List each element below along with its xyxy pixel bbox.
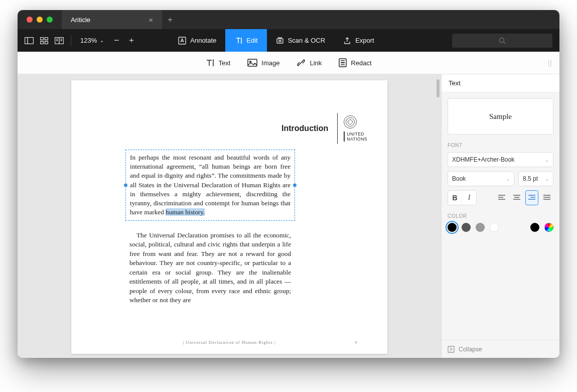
paragraph-2-text[interactable]: The Universal Declaration promises to al…: [129, 231, 291, 305]
text-tool-label: Text: [218, 59, 230, 67]
link-tool-label: Link: [310, 59, 322, 67]
scan-ocr-button[interactable]: Scan & OCR: [267, 29, 334, 52]
chevron-down-icon: ⌄: [545, 176, 549, 182]
font-weight-value: Book: [452, 175, 466, 182]
page-number: v: [355, 339, 357, 345]
search-icon: [499, 37, 506, 44]
window-controls: [18, 17, 62, 23]
color-swatch-gray[interactable]: [476, 223, 485, 232]
bold-button[interactable]: B: [448, 191, 462, 205]
align-justify-button[interactable]: [540, 190, 553, 205]
font-style-group: B I: [448, 190, 477, 205]
scrollbar-thumb[interactable]: [437, 79, 440, 97]
svg-line-17: [504, 42, 505, 44]
annotate-mode-button[interactable]: Annotate: [169, 29, 225, 52]
svg-rect-4: [41, 41, 44, 44]
selected-text-box[interactable]: In perhaps the most resonant and beautif…: [125, 150, 295, 221]
chevron-down-icon: ⌄: [100, 38, 104, 43]
zoom-out-button[interactable]: −: [109, 33, 124, 48]
properties-panel: Text Sample FONT XDHMFE+Archer-Book ⌄ Bo…: [441, 74, 559, 358]
font-weight-dropdown[interactable]: Book ⌄: [448, 171, 514, 186]
zoom-value: 123%: [80, 37, 97, 44]
redact-tool-label: Redact: [351, 59, 371, 67]
link-tool-icon: [297, 58, 306, 67]
svg-point-20: [250, 61, 251, 63]
section-title: Introduction: [281, 124, 328, 133]
link-tool-button[interactable]: Link: [297, 58, 322, 67]
fullscreen-window-button[interactable]: [47, 17, 53, 23]
font-sample-preview: Sample: [448, 98, 553, 135]
un-logo-icon: [344, 115, 357, 128]
italic-button[interactable]: I: [462, 191, 476, 205]
font-size-dropdown[interactable]: 8.5 pt ⌄: [518, 171, 553, 186]
chevron-down-icon: ⌄: [506, 176, 510, 182]
svg-rect-38: [448, 346, 454, 352]
svg-rect-2: [41, 37, 44, 40]
image-tool-icon: [247, 59, 257, 67]
color-swatch-dark-gray[interactable]: [462, 223, 471, 232]
color-swatch-current[interactable]: [530, 223, 539, 232]
edit-sub-toolbar: Text Image Link Redact ||: [18, 52, 559, 74]
page-footer-text: | Universal Declaration of Human Rights …: [71, 340, 387, 345]
color-swatch-black[interactable]: [448, 223, 457, 232]
svg-point-16: [500, 38, 504, 42]
page-heading-row: Introduction UNITED NATIONS: [71, 113, 387, 144]
align-right-button[interactable]: [525, 190, 538, 205]
close-window-button[interactable]: [27, 17, 33, 23]
minimize-window-button[interactable]: [37, 17, 43, 23]
panel-body: Sample FONT XDHMFE+Archer-Book ⌄ Book ⌄ …: [442, 92, 559, 340]
color-swatch-white[interactable]: [490, 223, 499, 232]
redact-tool-button[interactable]: Redact: [339, 58, 371, 67]
un-label: UNITED NATIONS: [344, 132, 367, 142]
collapse-panel-button[interactable]: Collapse: [442, 340, 559, 358]
align-center-button[interactable]: [510, 190, 523, 205]
main-toolbar: 123% ⌄ − ＋ Annotate Edit Scan & OCR Expo…: [18, 29, 559, 52]
toolbar-drag-handle[interactable]: ||: [548, 59, 552, 67]
zoom-in-button[interactable]: ＋: [124, 33, 139, 48]
app-window: Ariticle × ＋ 123% ⌄ − ＋ Annotate Edit: [18, 10, 559, 358]
resize-handle-left[interactable]: [123, 183, 128, 187]
scrollbar-track[interactable]: [436, 79, 440, 353]
svg-rect-24: [341, 62, 345, 63]
align-left-button[interactable]: [495, 190, 508, 205]
highlighted-text[interactable]: human history.: [166, 208, 205, 216]
thumbnails-icon[interactable]: [37, 33, 52, 48]
titlebar: Ariticle × ＋: [18, 10, 559, 29]
annotate-label: Annotate: [190, 37, 216, 44]
document-page: Introduction UNITED NATIONS In perhaps t…: [71, 80, 387, 354]
document-viewport[interactable]: Introduction UNITED NATIONS In perhaps t…: [18, 74, 441, 358]
text-tool-button[interactable]: Text: [205, 58, 230, 67]
edit-label: Edit: [246, 37, 257, 44]
text-tool-icon: [205, 58, 214, 67]
color-section-label: COLOR: [448, 213, 553, 219]
font-family-dropdown[interactable]: XDHMFE+Archer-Book ⌄: [448, 152, 553, 167]
paragraph-1-text[interactable]: In perhaps the most resonant and beautif…: [130, 154, 291, 216]
color-swatches: [448, 223, 553, 232]
sidebar-toggle-icon[interactable]: [22, 33, 37, 48]
chevron-down-icon: ⌄: [545, 157, 549, 163]
font-section-label: FONT: [448, 143, 553, 148]
un-branding: UNITED NATIONS: [344, 115, 367, 142]
zoom-dropdown[interactable]: 123% ⌄: [75, 37, 109, 44]
toolbar-divider: [71, 35, 71, 46]
new-tab-button[interactable]: ＋: [162, 10, 178, 29]
content-area: Introduction UNITED NATIONS In perhaps t…: [18, 74, 559, 358]
book-view-icon[interactable]: [52, 33, 67, 48]
tab-title: Ariticle: [71, 16, 90, 24]
document-tab[interactable]: Ariticle ×: [62, 10, 162, 29]
svg-rect-19: [248, 59, 257, 66]
search-input[interactable]: [452, 34, 552, 48]
image-tool-button[interactable]: Image: [247, 59, 279, 67]
svg-rect-5: [45, 41, 48, 44]
color-picker-button[interactable]: [544, 223, 553, 232]
svg-rect-15: [279, 40, 281, 42]
close-tab-button[interactable]: ×: [149, 16, 153, 24]
svg-rect-3: [45, 37, 48, 40]
export-button[interactable]: Export: [334, 29, 383, 52]
text-align-group: [495, 190, 553, 205]
svg-rect-14: [277, 39, 283, 43]
svg-rect-0: [25, 37, 34, 44]
collapse-label: Collapse: [459, 346, 482, 353]
resize-handle-right[interactable]: [293, 183, 297, 187]
edit-mode-button[interactable]: Edit: [225, 29, 266, 52]
